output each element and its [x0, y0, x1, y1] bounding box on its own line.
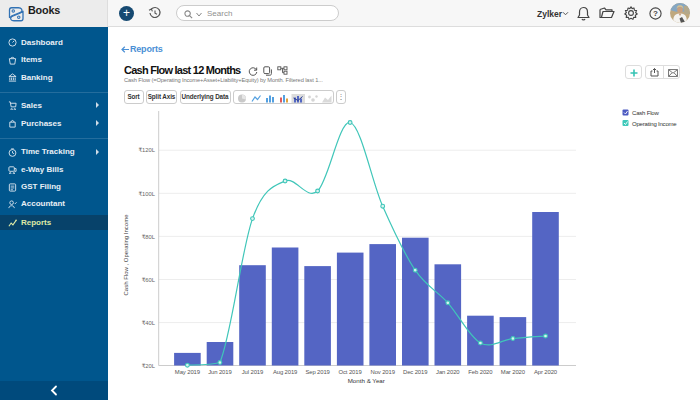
svg-text:Month & Year: Month & Year: [348, 377, 385, 384]
svg-text:Cash Flow , Operating Income: Cash Flow , Operating Income: [123, 214, 129, 296]
svg-text:Feb 2020: Feb 2020: [468, 369, 493, 375]
svg-text:₹80L: ₹80L: [142, 234, 156, 240]
svg-text:Jun 2019: Jun 2019: [208, 369, 231, 375]
svg-text:₹60L: ₹60L: [142, 277, 156, 283]
svg-text:Nov 2019: Nov 2019: [370, 369, 394, 375]
svg-text:₹40L: ₹40L: [142, 320, 156, 326]
svg-text:?: ?: [653, 9, 658, 18]
svg-text:Sep 2019: Sep 2019: [305, 369, 329, 375]
svg-text:₹120L: ₹120L: [138, 147, 155, 153]
svg-text:Jan 2020: Jan 2020: [436, 369, 460, 375]
svg-text:Cash Flow: Cash Flow: [632, 110, 659, 116]
svg-text:Jul 2019: Jul 2019: [242, 369, 263, 375]
svg-text:Apr 2020: Apr 2020: [534, 369, 558, 375]
svg-text:Oct 2019: Oct 2019: [339, 369, 362, 375]
svg-text:Mar 2020: Mar 2020: [501, 369, 526, 375]
svg-text:Dec 2019: Dec 2019: [403, 369, 427, 375]
svg-text:Operating Income: Operating Income: [632, 121, 677, 127]
svg-text:May 2019: May 2019: [175, 369, 200, 375]
svg-text:Aug 2019: Aug 2019: [273, 369, 297, 375]
svg-text:₹20L: ₹20L: [142, 363, 156, 369]
svg-text:₹100L: ₹100L: [138, 191, 155, 197]
